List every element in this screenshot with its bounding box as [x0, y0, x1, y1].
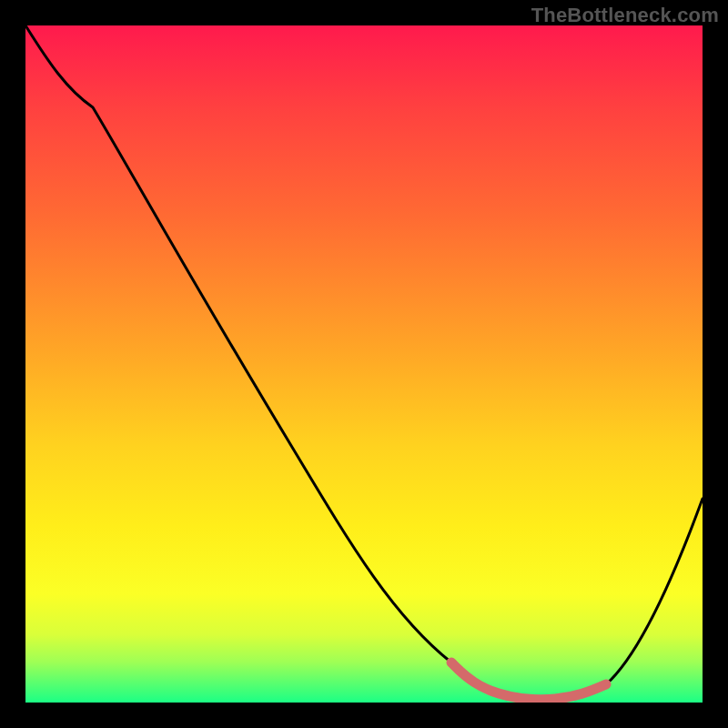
chart-svg — [25, 25, 703, 703]
valley-marker — [451, 662, 606, 700]
chart-frame: TheBottleneck.com — [0, 0, 728, 728]
chart-plot-area — [25, 25, 703, 703]
watermark-text: TheBottleneck.com — [531, 4, 719, 27]
bottleneck-curve — [25, 25, 703, 699]
